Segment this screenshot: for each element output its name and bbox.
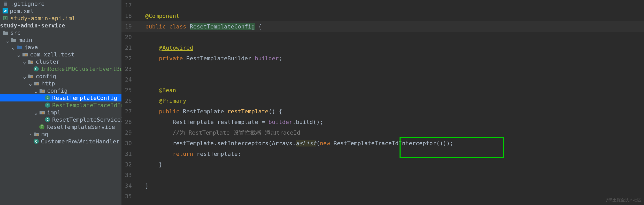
tree-label: java — [24, 44, 38, 50]
project-tree[interactable]: .gitignore m pom.xml study-admin-api.iml… — [0, 0, 121, 205]
code-token: RestTemplate restTemplate = — [173, 119, 269, 125]
tree-folder-src[interactable]: src — [0, 29, 121, 36]
chevron-right-icon: › — [28, 131, 33, 137]
line-number: 23 — [121, 66, 137, 72]
code-token: @Component — [145, 13, 179, 19]
code-token: restTemplate — [227, 108, 269, 115]
tree-class-consumer[interactable]: C ImRocketMQClusterEventBusConsumer — [0, 65, 121, 72]
package-icon — [34, 131, 39, 137]
tree-file-gitignore[interactable]: .gitignore — [0, 0, 121, 7]
line-number: 25 — [121, 87, 137, 93]
svg-point-5 — [31, 61, 33, 63]
svg-point-4 — [25, 54, 27, 56]
class-icon: C — [34, 66, 39, 71]
tree-package-http[interactable]: ⌄ http — [0, 80, 121, 87]
maven-icon: m — [3, 8, 8, 13]
code-token: class — [169, 23, 186, 30]
tree-label: CustomerRowWriteHandler — [41, 138, 120, 145]
code-token: private — [159, 55, 183, 62]
tree-package[interactable]: ⌄ com.xzll.test — [0, 51, 121, 58]
code-token: builder — [255, 55, 279, 62]
folder-icon — [11, 37, 17, 43]
tree-label: cluster — [36, 58, 60, 65]
tree-label: study-admin-api.iml — [10, 15, 75, 21]
tree-package-mq[interactable]: › mq — [0, 130, 121, 138]
package-icon — [39, 88, 45, 93]
tree-class-reset-config[interactable]: C ResetTemplateConfig — [0, 94, 121, 101]
package-icon — [34, 80, 39, 86]
tree-label: RestTemplateTraceIdInterceptor — [52, 102, 121, 108]
line-number: 17 — [121, 2, 137, 9]
tree-class-handler[interactable]: C CustomerRowWriteHandler — [0, 138, 121, 145]
folder-icon — [3, 30, 8, 35]
code-token: } — [145, 182, 149, 189]
line-number: 34 — [121, 182, 137, 189]
code-token: restTemplate; — [193, 151, 241, 157]
line-number: 26 — [121, 98, 137, 104]
chevron-down-icon: ⌄ — [34, 109, 38, 116]
code-token: new — [320, 140, 330, 147]
line-number: 19 — [121, 23, 137, 30]
class-icon: C — [45, 117, 50, 122]
tree-label: config — [36, 73, 56, 79]
package-icon — [39, 109, 45, 115]
chevron-down-icon: ⌄ — [34, 87, 38, 94]
tree-label: src — [10, 30, 21, 36]
tree-class-svcimpl[interactable]: C ResetTemplateServiceImpl — [0, 116, 121, 123]
code-token: .build(); — [293, 119, 323, 125]
line-number: 27 — [121, 108, 137, 115]
tree-label: impl — [47, 109, 61, 116]
tree-label: study-admin-service — [0, 22, 65, 29]
chevron-down-icon: ⌄ — [22, 73, 27, 79]
tree-package-config2[interactable]: ⌄ config — [0, 87, 121, 94]
code-editor[interactable]: 17 18@Component 19public class ResetTemp… — [121, 0, 644, 205]
line-number: 18 — [121, 13, 137, 19]
svg-point-8 — [42, 90, 44, 92]
tree-file-pom[interactable]: m pom.xml — [0, 7, 121, 14]
tree-file-iml[interactable]: study-admin-api.iml — [0, 14, 121, 22]
package-icon — [28, 73, 34, 79]
tree-label: pom.xml — [10, 8, 34, 14]
module-icon — [3, 15, 8, 21]
chevron-down-icon: ⌄ — [17, 51, 21, 58]
tree-folder-main[interactable]: ⌄ main — [0, 36, 121, 43]
chevron-down-icon: ⌄ — [11, 44, 16, 50]
tree-label: .gitignore — [10, 1, 44, 7]
code-token: //为 RestTemplate 设置拦截器 添加traceId — [173, 129, 300, 136]
code-token: () { — [269, 108, 282, 115]
tree-package-cluster[interactable]: ⌄ cluster — [0, 58, 121, 65]
svg-point-10 — [36, 134, 39, 136]
tree-module[interactable]: study-admin-service — [0, 22, 121, 29]
package-icon — [28, 59, 34, 64]
tree-class-interceptor[interactable]: C RestTemplateTraceIdInterceptor — [0, 101, 121, 109]
tree-label: ResetTemplateConfig — [52, 95, 117, 101]
class-icon: C — [45, 95, 50, 100]
code-token: builder — [269, 119, 293, 125]
code-token: asList — [296, 140, 316, 147]
tree-label: mq — [41, 131, 48, 137]
code-token: RestTemplateTraceIdInterceptor())); — [330, 140, 453, 147]
code-token: public — [145, 23, 166, 30]
svg-rect-1 — [4, 2, 7, 3]
tree-package-config[interactable]: ⌄ config — [0, 72, 121, 80]
tree-label: config — [47, 87, 67, 94]
line-number: 28 — [121, 119, 137, 125]
line-number: 33 — [121, 172, 137, 178]
tree-package-impl[interactable]: ⌄ impl — [0, 109, 121, 116]
line-number: 21 — [121, 45, 137, 51]
code-token: return — [173, 151, 193, 157]
line-number: 30 — [121, 140, 137, 147]
tree-label: ImRocketMQClusterEventBusConsumer — [41, 66, 121, 72]
class-icon: C — [34, 139, 39, 144]
tree-interface-svc[interactable]: I ResetTemplateService — [0, 123, 121, 130]
tree-folder-java[interactable]: ⌄ java — [0, 43, 121, 51]
source-folder-icon — [17, 44, 22, 50]
code-token: RestTemplateBuilder — [186, 55, 251, 62]
line-number: 20 — [121, 34, 137, 40]
chevron-down-icon: ⌄ — [5, 37, 10, 43]
line-number: 29 — [121, 129, 137, 136]
code-token: restTemplate.setInterceptors(Arrays. — [173, 140, 296, 147]
tree-label: com.xzll.test — [30, 51, 74, 58]
tree-label: main — [19, 37, 32, 43]
code-token: ; — [279, 55, 282, 62]
